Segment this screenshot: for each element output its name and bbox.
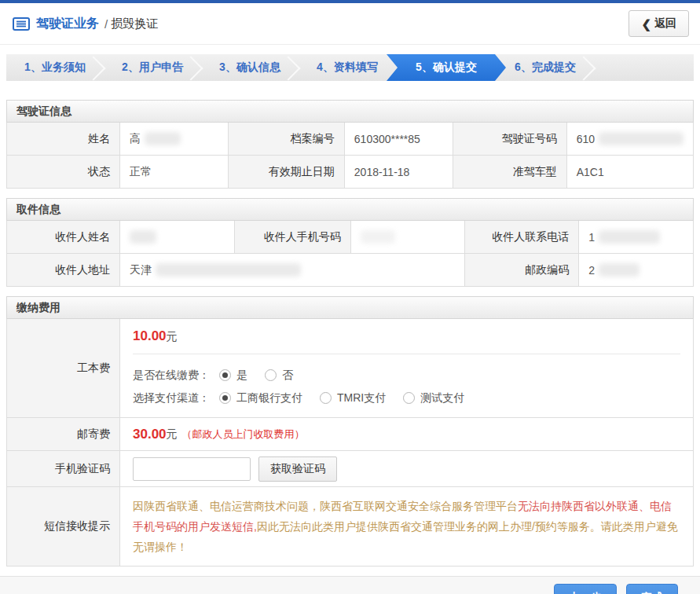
redacted-blur (130, 230, 156, 244)
breadcrumb-current: 损毁换证 (111, 16, 158, 31)
redacted-blur (145, 132, 181, 145)
redacted-blur (156, 263, 301, 277)
field-label-file-number: 档案编号 (229, 123, 345, 156)
redacted-blur (599, 230, 660, 244)
payment-table: 工本费 10.00元 是否在线缴费： 是 否 选择支付渠道： 工商银行支付 TM… (6, 319, 694, 566)
sms-notice-segment-1: 因陕西省联通、电信运营商技术问题，陕西省互联网交通安全综合服务管理平台 (133, 500, 518, 512)
document-list-icon (13, 17, 30, 31)
step-6-complete-submit: 6、完成提交 (497, 54, 594, 81)
field-label-expiry-date: 有效期止日期 (229, 156, 345, 189)
radio-online-yes[interactable] (219, 369, 231, 381)
field-label-sms-notice: 短信接收提示 (7, 487, 120, 566)
field-value-recipient-address: 天津 (120, 254, 465, 287)
field-value-recipient-mobile (351, 221, 466, 254)
field-label-postal-code: 邮政编码 (465, 254, 579, 287)
step-label: 5、确认提交 (416, 60, 477, 75)
field-value-expiry-date: 2018-11-18 (345, 156, 453, 189)
field-label-recipient-address: 收件人地址 (7, 254, 120, 287)
step-1-business-notice: 1、业务须知 (6, 54, 104, 81)
field-label-license-number: 驾驶证号码 (453, 123, 567, 156)
online-payment-question: 是否在线缴费： (133, 368, 210, 383)
field-value-sms-notice: 因陕西省联通、电信运营商技术问题，陕西省互联网交通安全综合服务管理平台无法向持陕… (120, 487, 694, 566)
footer-action-bar: 上一步 完成 (0, 576, 700, 594)
value-text: 2018-11-18 (354, 166, 410, 178)
payment-channel-question-row: 选择支付渠道： 工商银行支付 TMRI支付 测试支付 (133, 387, 680, 409)
step-4-fill-materials: 4、资料填写 (299, 54, 396, 81)
step-5-confirm-submit-active: 5、确认提交 (387, 54, 506, 81)
field-value-file-number: 610300****85 (345, 123, 453, 156)
value-text: 610 (577, 133, 595, 145)
fee-unit: 元 (167, 330, 178, 343)
step-label: 3、确认信息 (219, 60, 280, 75)
step-bar-filler (594, 54, 694, 81)
value-text: 高 (130, 132, 141, 146)
payment-section: 缴纳费用 工本费 10.00元 是否在线缴费： 是 否 选择支付渠道： 工商银行… (6, 296, 694, 566)
license-info-section: 驾驶证信息 姓名 高 档案编号 610300****85 驾驶证号码 610 状… (6, 100, 694, 189)
get-captcha-button[interactable]: 获取验证码 (258, 456, 337, 482)
field-value-sms-captcha: 获取验证码 (120, 451, 694, 487)
radio-channel-test-label: 测试支付 (420, 391, 464, 405)
section-title-pickup: 取件信息 (6, 198, 694, 221)
online-payment-question-row: 是否在线缴费： 是 否 (133, 364, 680, 387)
value-text: 天津 (130, 263, 152, 277)
redacted-blur (599, 263, 640, 277)
postage-note: （邮政人员上门收取费用） (182, 427, 305, 442)
field-value-status: 正常 (120, 156, 229, 189)
chevron-left-icon: ❮ (641, 18, 651, 30)
fee-amount: 10.00 (133, 328, 167, 343)
field-label-recipient-phone: 收件人联系电话 (465, 221, 579, 254)
breadcrumb-separator: / (104, 17, 108, 31)
radio-channel-icbc-label: 工商银行支付 (236, 391, 302, 405)
radio-channel-icbc[interactable] (219, 392, 231, 404)
pickup-info-table: 收件人姓名 收件人手机号码 收件人联系电话 1 收件人地址 天津 邮政编码 2 (6, 221, 694, 287)
field-label-sms-captcha: 手机验证码 (7, 451, 120, 487)
field-value-name: 高 (120, 123, 229, 156)
radio-online-no[interactable] (265, 369, 277, 381)
back-button-label: 返回 (654, 16, 676, 31)
radio-online-yes-label: 是 (236, 368, 247, 383)
field-label-vehicle-class: 准驾车型 (453, 156, 567, 189)
pickup-info-section: 取件信息 收件人姓名 收件人手机号码 收件人联系电话 1 收件人地址 天津 邮政… (6, 198, 694, 287)
field-value-production-fee: 10.00元 是否在线缴费： 是 否 选择支付渠道： 工商银行支付 TMRI支付… (120, 319, 694, 418)
field-value-recipient-phone: 1 (579, 221, 694, 254)
page-header: 驾驶证业务 / 损毁换证 ❮ 返回 (0, 3, 700, 45)
value-text: A1C1 (577, 166, 604, 178)
field-value-postal-code: 2 (579, 254, 694, 287)
fee-amount-line: 10.00元 (133, 328, 680, 354)
license-info-table: 姓名 高 档案编号 610300****85 驾驶证号码 610 状态 正常 有… (6, 123, 694, 189)
field-label-recipient-name: 收件人姓名 (7, 221, 120, 254)
step-label: 4、资料填写 (317, 60, 378, 75)
step-label: 6、完成提交 (515, 60, 576, 75)
redacted-blur (599, 132, 684, 145)
value-text: 1 (588, 231, 595, 244)
field-label-production-fee: 工本费 (7, 319, 120, 418)
previous-step-button[interactable]: 上一步 (554, 584, 617, 594)
postage-unit: 元 (167, 427, 178, 442)
page-title: 驾驶证业务 (36, 16, 99, 32)
section-title-payment: 缴纳费用 (6, 296, 694, 319)
payment-channel-question: 选择支付渠道： (133, 391, 210, 405)
field-value-vehicle-class: A1C1 (567, 156, 694, 189)
field-value-license-number: 610 (567, 123, 694, 156)
step-label: 1、业务须知 (24, 60, 86, 75)
value-text: 2 (588, 264, 595, 277)
postage-amount: 30.00 (133, 427, 167, 442)
value-text: 610300****85 (354, 133, 420, 145)
step-label: 2、用户申告 (122, 60, 183, 75)
back-button[interactable]: ❮ 返回 (629, 10, 689, 37)
section-title-license: 驾驶证信息 (6, 100, 694, 123)
field-label-name: 姓名 (7, 123, 120, 156)
radio-channel-tmri-label: TMRI支付 (337, 391, 386, 405)
field-label-status: 状态 (7, 156, 120, 189)
radio-channel-test[interactable] (403, 392, 415, 404)
radio-channel-tmri[interactable] (320, 392, 332, 404)
field-value-recipient-name (120, 221, 235, 254)
step-2-user-declaration: 2、用户申告 (104, 54, 201, 81)
value-text: 正常 (130, 165, 152, 179)
step-3-confirm-info: 3、确认信息 (201, 54, 299, 81)
finish-button[interactable]: 完成 (626, 584, 678, 594)
step-wizard: 1、业务须知 2、用户申告 3、确认信息 4、资料填写 5、确认提交 6、完成提… (6, 54, 694, 81)
captcha-input[interactable] (133, 457, 251, 481)
radio-online-no-label: 否 (282, 368, 293, 383)
field-label-recipient-mobile: 收件人手机号码 (235, 221, 351, 254)
